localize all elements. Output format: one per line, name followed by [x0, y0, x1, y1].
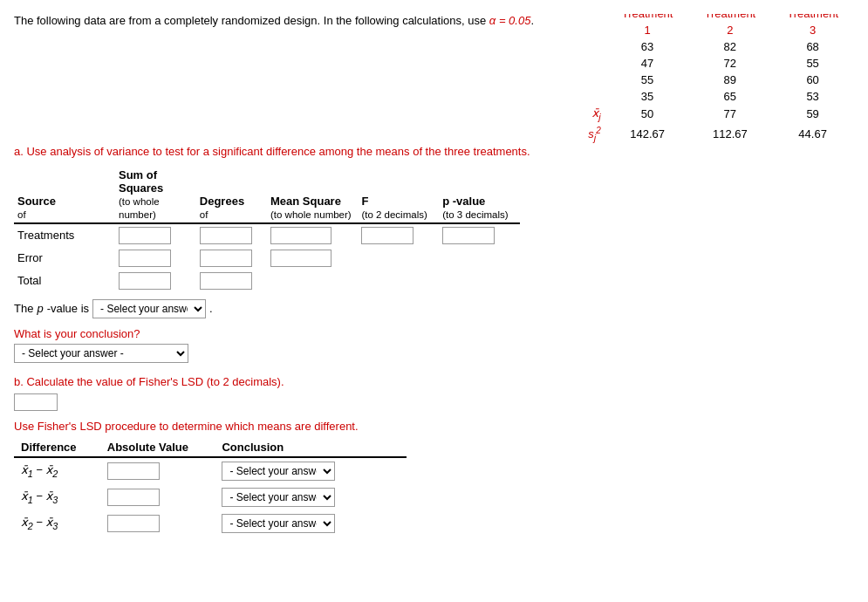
anova-row-treatments: Treatments [14, 224, 520, 247]
col-pv-sub: (to 3 decimals) [442, 209, 508, 220]
table-row-mean: x̄j 50 77 59 [572, 105, 854, 124]
pvalue-text1: The [14, 302, 33, 315]
treatments-df-input[interactable] [200, 227, 252, 244]
col-source-header: Source [17, 195, 56, 208]
col-f-header: F [361, 195, 368, 208]
error-ms-input[interactable] [270, 250, 331, 267]
pvalue-line: The p -value is - Select your answer - l… [14, 299, 854, 318]
treatment1-sub: 1 [606, 22, 689, 38]
error-ss-input[interactable] [119, 250, 171, 267]
diff-row-3: x̄2 − x̄3 - Select your answer - Signifi… [14, 510, 407, 537]
col-source-sub: of [17, 209, 26, 220]
treatments-f-input[interactable] [361, 227, 413, 244]
conc-col-header: Conclusion [215, 438, 407, 457]
treatments-ss-input[interactable] [119, 227, 171, 244]
pvalue-text2: -value is [47, 302, 89, 315]
table-row: 35 65 53 [572, 88, 854, 105]
treatment3-sub: 3 [771, 22, 854, 38]
treatment1-header: Treatment [606, 14, 689, 22]
conc-select-1[interactable]: - Select your answer - Significant diffe… [222, 462, 335, 481]
col-df-sub: of [200, 209, 208, 220]
diff-row-2: x̄1 − x̄3 - Select your answer - Signifi… [14, 484, 407, 510]
conclusion-label: What is your conclusion? [14, 327, 854, 340]
treatments-pv-input[interactable] [442, 227, 495, 244]
total-ss-input[interactable] [119, 272, 171, 290]
table-row: 47 72 55 [572, 55, 854, 72]
col-ms-sub: (to whole number) [270, 209, 352, 220]
anova-row-total: Total [14, 270, 520, 292]
anova-row-error: Error [14, 247, 520, 270]
col-ss-header: Sum of Squares [119, 168, 163, 195]
conc-select-3[interactable]: - Select your answer - Significant diffe… [222, 514, 335, 533]
col-df-header: Degrees [200, 195, 244, 208]
total-df-input[interactable] [200, 272, 252, 290]
source-total: Total [14, 270, 115, 292]
diff-row-1: x̄1 − x̄2 - Select your answer - Signifi… [14, 457, 407, 484]
treatment2-sub: 2 [688, 22, 771, 38]
anova-table: Source of Sum of Squares (to whole numbe… [14, 167, 520, 292]
col-ss-sub: (to whole number) [119, 196, 160, 220]
p-italic: p [37, 302, 43, 315]
source-error: Error [14, 247, 115, 270]
col-pv-header: p -value [442, 195, 485, 208]
abs-input-2[interactable] [107, 489, 160, 506]
abs-input-1[interactable] [107, 462, 160, 480]
diff-col-header: Difference [14, 438, 100, 457]
treatment3-header: Treatment [771, 14, 854, 22]
abs-input-3[interactable] [107, 515, 160, 532]
section-b-label: b. Calculate the value of Fisher's LSD (… [14, 375, 854, 388]
table-row: 63 82 68 [572, 38, 854, 55]
lsd-input-wrapper [14, 393, 854, 411]
table-row: 55 89 60 [572, 72, 854, 88]
diff-label-1: x̄1 − x̄2 [14, 457, 100, 484]
table-row-variance: sj2 142.67 112.67 44.67 [572, 124, 854, 145]
pvalue-select[interactable]: - Select your answer - less than .01 bet… [92, 299, 206, 318]
section-a-label: a. Use analysis of variance to test for … [14, 145, 854, 158]
col-f-sub: (to 2 decimals) [361, 209, 427, 220]
conclusion-dropdown-wrapper: - Select your answer - There is a signif… [14, 344, 854, 363]
conc-select-2[interactable]: - Select your answer - Significant diffe… [222, 488, 335, 507]
treatment2-header: Treatment [688, 14, 771, 22]
treatments-ms-input[interactable] [270, 227, 331, 244]
source-treatments: Treatments [14, 224, 115, 247]
error-df-input[interactable] [200, 250, 252, 267]
fisher-text: Use Fisher's LSD procedure to determine … [14, 420, 854, 433]
col-ms-header: Mean Square [270, 195, 341, 208]
conclusion-select[interactable]: - Select your answer - There is a signif… [14, 344, 188, 363]
pvalue-dot: . [209, 302, 213, 315]
data-table: Treatment Treatment Treatment 1 2 3 63 8… [572, 14, 854, 145]
diff-label-3: x̄2 − x̄3 [14, 510, 100, 537]
diff-label-2: x̄1 − x̄3 [14, 484, 100, 510]
difference-table: Difference Absolute Value Conclusion x̄1… [14, 438, 407, 537]
lsd-input[interactable] [14, 393, 58, 411]
abs-col-header: Absolute Value [100, 438, 215, 457]
